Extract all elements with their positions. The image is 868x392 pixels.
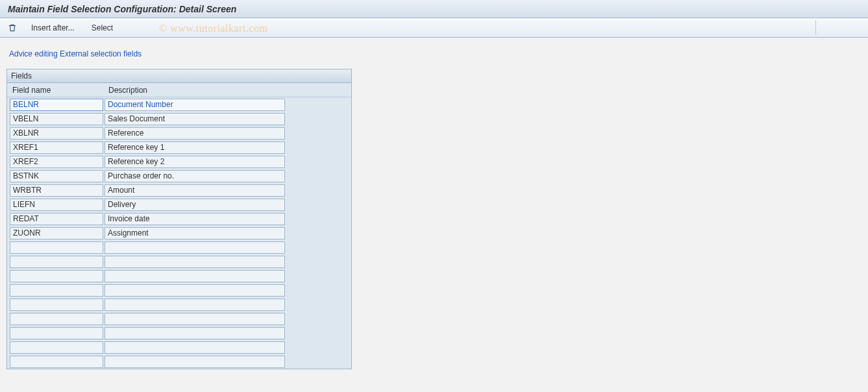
table-row[interactable] <box>7 312 351 326</box>
table-row[interactable] <box>7 283 351 297</box>
field-name-cell[interactable]: VBELN <box>10 113 103 125</box>
field-name-cell[interactable]: LIEFN <box>10 199 103 211</box>
table-row[interactable]: ZUONRAssignment <box>7 226 351 240</box>
table-row[interactable]: XREF2Reference key 2 <box>7 154 351 169</box>
field-desc-cell[interactable] <box>105 313 285 325</box>
table-row[interactable]: REDATInvoice date <box>7 212 351 226</box>
toolbar-separator <box>815 20 816 35</box>
field-desc-cell[interactable] <box>105 284 285 297</box>
field-desc-cell[interactable]: Reference key 2 <box>105 156 285 168</box>
table-row[interactable] <box>7 354 351 369</box>
table-row[interactable] <box>7 254 351 269</box>
table-row[interactable]: XREF1Reference key 1 <box>7 140 351 154</box>
field-desc-cell[interactable] <box>105 241 285 254</box>
field-name-cell[interactable] <box>10 284 103 297</box>
panel-title: Fields <box>7 69 351 83</box>
field-name-cell[interactable] <box>10 356 103 368</box>
field-desc-cell[interactable] <box>105 341 285 354</box>
field-name-cell[interactable] <box>10 256 103 268</box>
field-desc-cell[interactable] <box>105 327 285 339</box>
field-desc-cell[interactable]: Invoice date <box>105 213 285 225</box>
table-row[interactable]: XBLNRReference <box>7 126 351 140</box>
field-name-cell[interactable]: WRBTR <box>10 184 103 197</box>
table-row[interactable] <box>7 240 351 254</box>
fields-panel: Fields Field name Description BELNRDocum… <box>6 69 352 369</box>
content-area: Advice editing External selection fields… <box>0 38 868 376</box>
table-row[interactable]: BSTNKPurchase order no. <box>7 169 351 183</box>
fields-grid: Field name Description BELNRDocument Num… <box>7 83 351 369</box>
field-name-cell[interactable]: BSTNK <box>10 170 103 182</box>
insert-after-button[interactable]: Insert after... <box>27 22 79 34</box>
table-row[interactable]: BELNRDocument Number <box>7 97 351 112</box>
table-row[interactable]: VBELNSales Document <box>7 112 351 126</box>
field-desc-cell[interactable]: Amount <box>105 184 285 197</box>
breadcrumb[interactable]: Advice editing External selection fields <box>9 49 862 58</box>
field-desc-cell[interactable]: Purchase order no. <box>105 170 285 182</box>
field-desc-cell[interactable] <box>105 256 285 268</box>
field-name-cell[interactable] <box>10 270 103 282</box>
field-name-cell[interactable] <box>10 241 103 254</box>
field-name-cell[interactable] <box>10 341 103 354</box>
table-row[interactable] <box>7 326 351 340</box>
field-name-cell[interactable]: REDAT <box>10 213 103 225</box>
field-name-cell[interactable]: XREF1 <box>10 141 103 154</box>
field-desc-cell[interactable]: Reference key 1 <box>105 141 285 154</box>
field-name-cell[interactable] <box>10 299 103 311</box>
table-row[interactable] <box>7 297 351 312</box>
page-title: Maintain Field Selection Configuration: … <box>8 4 236 14</box>
table-row[interactable] <box>7 340 351 354</box>
field-name-cell[interactable] <box>10 313 103 325</box>
table-row[interactable]: WRBTRAmount <box>7 183 351 197</box>
field-name-cell[interactable]: XREF2 <box>10 156 103 168</box>
field-desc-cell[interactable]: Assignment <box>105 227 285 239</box>
field-name-cell[interactable] <box>10 327 103 339</box>
field-desc-cell[interactable]: Document Number <box>105 99 285 111</box>
field-desc-cell[interactable] <box>105 270 285 282</box>
field-desc-cell[interactable]: Reference <box>105 127 285 140</box>
toolbar: Insert after... Select <box>0 18 868 38</box>
field-name-cell[interactable]: XBLNR <box>10 127 103 140</box>
field-desc-cell[interactable]: Delivery <box>105 199 285 211</box>
field-name-cell[interactable]: BELNR <box>10 99 103 111</box>
table-row[interactable]: LIEFNDelivery <box>7 197 351 212</box>
table-row[interactable] <box>7 269 351 283</box>
select-button[interactable]: Select <box>88 22 117 34</box>
col-header-name: Field name <box>10 84 106 97</box>
field-desc-cell[interactable]: Sales Document <box>105 113 285 125</box>
field-name-cell[interactable]: ZUONR <box>10 227 103 239</box>
grid-header: Field name Description <box>7 83 351 97</box>
field-desc-cell[interactable] <box>105 299 285 311</box>
delete-icon[interactable] <box>6 22 18 34</box>
field-desc-cell[interactable] <box>105 356 285 368</box>
col-header-desc: Description <box>106 84 288 97</box>
title-bar: Maintain Field Selection Configuration: … <box>0 0 868 18</box>
